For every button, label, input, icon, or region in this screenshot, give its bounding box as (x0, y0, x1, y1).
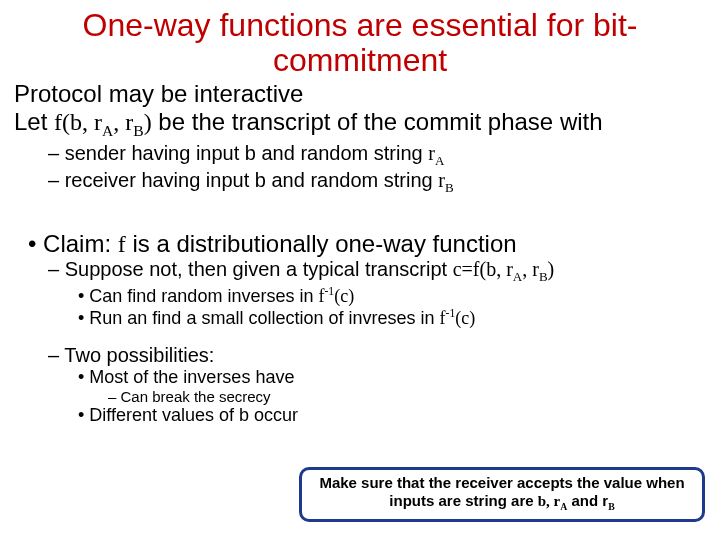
line-sender: sender having input b and random string … (48, 142, 710, 169)
sender-r-base: r (428, 142, 435, 164)
line-let: Let f(b, rA, rB) be the transcript of th… (14, 108, 710, 140)
let-text-b: be the transcript of the commit phase wi… (152, 108, 603, 135)
canfind-exp: -1 (324, 285, 334, 298)
line-canfind: Can find random inverses in f-1(c) (78, 285, 710, 307)
gap2 (10, 328, 710, 344)
slide-body: Protocol may be interactive Let f(b, rA,… (10, 80, 710, 426)
receiver-r-base: r (438, 169, 445, 191)
suppose-fn: c=f(b, rA, rB) (453, 258, 555, 280)
canfind-arg: (c) (334, 286, 354, 306)
line-most: Most of the inverses have (78, 367, 710, 388)
line-receiver: receiver having input b and random strin… (48, 169, 710, 196)
line-diffb: Different values of b occur (78, 405, 710, 426)
line-protocol: Protocol may be interactive (14, 80, 710, 108)
canfind-fn: f-1(c) (318, 286, 354, 306)
line-twoposs: Two possibilities: (48, 344, 710, 367)
callout-rb: B (608, 493, 615, 509)
run-fn: f-1(c) (440, 308, 476, 328)
run-a: Run an find a small collection of invres… (89, 308, 439, 328)
line-secrecy: Can break the secrecy (108, 388, 710, 405)
callout-sB: B (608, 501, 615, 512)
line-claim: Claim: f is a distributionally one-way f… (28, 230, 710, 259)
receiver-r: rB (438, 169, 453, 191)
line-suppose: Suppose not, then given a typical transc… (48, 258, 710, 285)
sender-text: sender having input b and random string (65, 142, 429, 164)
let-sub-a: A (102, 122, 113, 139)
run-arg: (c) (455, 308, 475, 328)
receiver-r-sub: B (445, 180, 454, 195)
gap (10, 196, 710, 212)
run-exp: -1 (446, 307, 456, 320)
suppose-sA: A (513, 269, 522, 284)
line-run: Run an find a small collection of invres… (78, 307, 710, 329)
let-text-a: Let (14, 108, 54, 135)
receiver-text: receiver having input b and random strin… (65, 169, 439, 191)
claim-f: f (118, 231, 126, 257)
callout-and: and r (567, 492, 608, 509)
suppose-sB: B (539, 269, 548, 284)
slide-title: One-way functions are essential for bit-… (10, 8, 710, 78)
callout-box: Make sure that the receiver accepts the … (299, 467, 705, 522)
claim-b: is a distributionally one-way function (126, 230, 517, 257)
suppose-mid: , r (522, 258, 539, 280)
slide: One-way functions are essential for bit-… (0, 0, 720, 540)
sender-r: rA (428, 142, 444, 164)
suppose-close: ) (548, 258, 555, 280)
suppose-c: c=f(b, r (453, 258, 513, 280)
callout-vars: b, rA (538, 493, 568, 509)
claim-a: Claim: (43, 230, 118, 257)
suppose-a: Suppose not, then given a typical transc… (65, 258, 453, 280)
canfind-a: Can find random inverses in (89, 286, 318, 306)
callout-b: b, r (538, 493, 561, 509)
callout-a: Make sure that the receiver accepts the … (319, 474, 684, 509)
let-fn-mid: , r (113, 109, 133, 135)
let-fn: f(b, rA, rB) (54, 109, 152, 135)
let-fn-close: ) (144, 109, 152, 135)
let-sub-b: B (133, 122, 143, 139)
sender-r-sub: A (435, 153, 444, 168)
let-fn-a: f(b, r (54, 109, 102, 135)
